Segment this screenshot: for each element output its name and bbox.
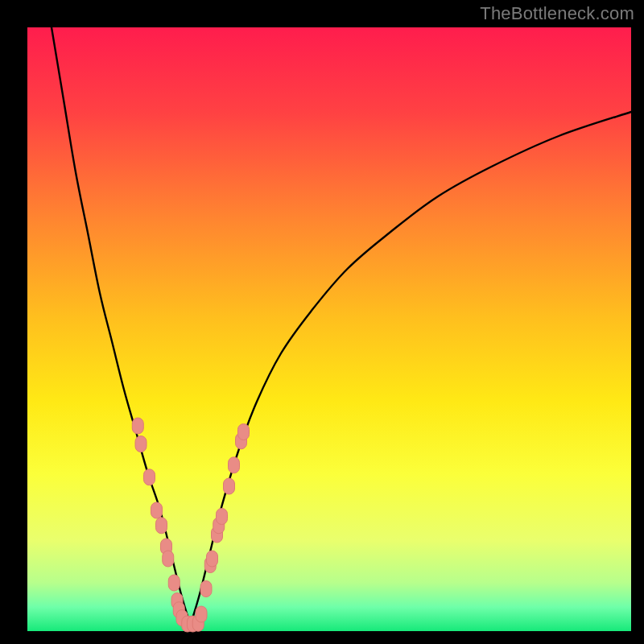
data-point-marker <box>135 436 147 452</box>
chart-frame: TheBottleneck.com <box>0 0 644 644</box>
curve-left-branch <box>52 27 191 625</box>
data-point-marker <box>217 509 228 525</box>
curve-right-branch <box>191 112 632 625</box>
data-point-marker <box>238 424 250 440</box>
data-point-marker <box>207 551 218 567</box>
watermark-text: TheBottleneck.com <box>480 3 634 24</box>
curve-layer <box>27 27 631 631</box>
plot-area <box>27 27 631 631</box>
data-point-marker <box>163 551 174 567</box>
data-point-marker <box>156 518 167 534</box>
data-point-marker <box>132 418 143 434</box>
data-point-marker <box>224 478 235 494</box>
data-point-marker <box>200 581 212 597</box>
data-point-marker <box>168 575 180 591</box>
data-point-marker <box>196 606 207 622</box>
data-point-marker <box>151 502 163 518</box>
data-point-marker <box>229 457 240 473</box>
data-point-marker <box>144 469 155 485</box>
